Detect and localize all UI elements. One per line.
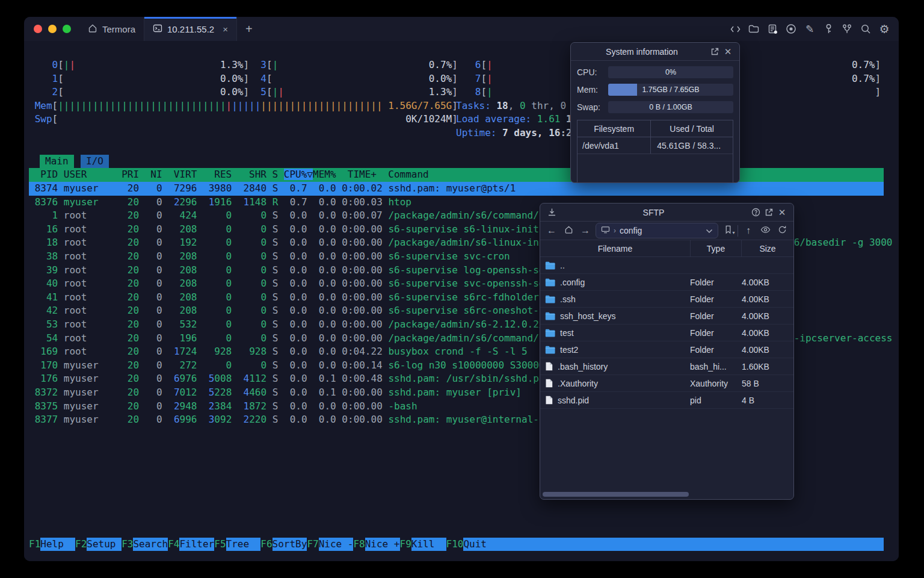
edit-icon[interactable]: ✎ xyxy=(802,22,817,36)
filesystem-column-header: Filesystem xyxy=(578,120,651,137)
process-row[interactable]: 1 root 20 0 424 0 0 S 0.0 0.0 0:00.07 /p… xyxy=(29,209,591,223)
cpu-label: CPU: xyxy=(577,67,608,77)
process-row[interactable]: 42 root 20 0 208 0 0 S 0.0 0.0 0:00.00 s… xyxy=(29,304,574,318)
fkey-nice[interactable]: Nice + xyxy=(365,538,400,551)
close-panel-icon[interactable]: ✕ xyxy=(721,45,735,58)
upload-icon[interactable]: ↑ xyxy=(742,225,755,236)
process-row[interactable]: 8375 myuser 20 0 2948 2384 1872 S 0.0 0.… xyxy=(29,400,417,414)
cpu-usage-value: 0% xyxy=(665,68,676,76)
panel-title: SFTP xyxy=(558,208,749,217)
process-row[interactable]: 8376 myuser 20 0 2296 1916 1148 R 0.7 0.… xyxy=(29,196,411,210)
filename-column-header[interactable]: Filename xyxy=(540,244,690,253)
process-row[interactable]: 40 root 20 0 208 0 0 S 0.0 0.0 0:00.00 s… xyxy=(29,277,568,291)
show-hidden-icon[interactable] xyxy=(759,225,772,236)
notes-badge-icon[interactable] xyxy=(765,22,780,36)
process-row[interactable]: 8377 myuser 20 0 6996 3092 2220 S 0.0 0.… xyxy=(29,413,562,427)
record-icon[interactable] xyxy=(784,22,798,36)
bookmark-icon[interactable]: ▾ xyxy=(722,225,738,237)
search-icon[interactable] xyxy=(858,22,873,36)
keychain-icon[interactable] xyxy=(840,22,854,36)
file-row-ssh[interactable]: .sshFolder4.00KB xyxy=(540,291,793,308)
fkey-label: F3 xyxy=(122,538,133,551)
process-row[interactable]: 41 root 20 0 208 0 0 S 0.0 0.0 0:00.00 s… xyxy=(29,291,539,305)
fkey-sortby[interactable]: SortBy xyxy=(273,538,307,551)
cpu-usage-row: CPU: 0% xyxy=(577,66,733,78)
file-row-test[interactable]: testFolder4.00KB xyxy=(540,325,793,341)
swap-meter-line: Swp[ 0K/1024M] xyxy=(29,113,458,126)
mem-meter-line: Mem[||||||||||||||||||||||||||||||||||||… xyxy=(29,99,458,113)
system-information-titlebar: System information ✕ xyxy=(571,43,739,61)
filesystem-row[interactable]: /dev/vda1 45.61GB / 58.3... xyxy=(578,137,733,154)
download-icon[interactable] xyxy=(545,206,558,219)
process-row[interactable]: 16 root 20 0 208 0 0 S 0.0 0.0 0:00.00 s… xyxy=(29,223,597,237)
scrollbar-thumb[interactable] xyxy=(543,492,689,497)
file-name: sshd.pid xyxy=(558,396,589,405)
fkey-label: F5 xyxy=(214,538,226,551)
file-row-bashhistory[interactable]: .bash_historybash_hi...1.60KB xyxy=(540,358,793,375)
swap-usage-row: Swap: 0 B / 1.00GB xyxy=(577,101,733,113)
cpu-usage-bar: 0% xyxy=(608,66,733,78)
folder-icon[interactable] xyxy=(747,22,761,36)
file-name: ssh_host_keys xyxy=(560,311,616,321)
process-row[interactable]: 39 root 20 0 208 0 0 S 0.0 0.0 0:00.00 s… xyxy=(29,264,568,278)
fkey-help[interactable]: Help xyxy=(40,538,75,551)
process-row[interactable]: 8374 myuser 20 0 7296 3980 2840 S 0.7 0.… xyxy=(29,182,884,196)
process-row[interactable]: 169 root 20 0 1724 928 928 S 0.0 0.0 0:0… xyxy=(29,345,528,359)
folder-icon xyxy=(545,346,555,354)
file-row-Xauthority[interactable]: .XauthorityXauthority58 B xyxy=(540,375,793,392)
forward-icon[interactable]: → xyxy=(579,225,592,236)
fkey-kill[interactable]: Kill xyxy=(411,538,446,551)
process-row[interactable]: 38 root 20 0 208 0 0 S 0.0 0.0 0:00.00 s… xyxy=(29,250,510,264)
tasks-line: Tasks: 18, 0 thr, 0 k xyxy=(456,99,578,113)
termora-window: Termora 10.211.55.2 × + ✎ xyxy=(24,17,899,561)
tab-termora-home[interactable]: Termora xyxy=(79,17,144,41)
file-row-sshhostkeys[interactable]: ssh_host_keysFolder4.00KB xyxy=(540,308,793,325)
refresh-icon[interactable] xyxy=(775,225,789,237)
sftp-panel: SFTP ✕ ← → › config xyxy=(540,203,794,500)
new-tab-button[interactable]: + xyxy=(237,17,261,41)
htop-table-header[interactable]: PID USER PRI NI VIRT RES SHR S CPU%▽MEM%… xyxy=(29,168,884,182)
htop-tab-main[interactable]: Main xyxy=(40,155,74,168)
open-in-window-icon[interactable] xyxy=(708,45,721,58)
key-icon[interactable] xyxy=(821,22,836,36)
file-icon xyxy=(545,379,553,388)
size-column-header[interactable]: Size xyxy=(741,240,793,256)
swap-usage-bar: 0 B / 1.00GB xyxy=(608,101,733,113)
zoom-window-button[interactable] xyxy=(63,25,71,33)
process-row[interactable]: 8372 myuser 20 0 7012 5228 4460 S 0.0 0.… xyxy=(29,386,522,400)
process-row[interactable]: 176 myuser 20 0 6976 5008 4112 S 0.0 0.1… xyxy=(29,372,550,386)
close-window-button[interactable] xyxy=(34,25,42,33)
chevron-down-icon[interactable] xyxy=(706,226,713,235)
fkey-filter[interactable]: Filter xyxy=(179,538,214,551)
sftp-titlebar: SFTP ✕ xyxy=(540,204,793,222)
breadcrumb-separator: › xyxy=(614,226,616,235)
process-row[interactable]: 170 myuser 20 0 272 0 0 S 0.0 0.0 0:00.1… xyxy=(29,359,562,373)
fkey-setup[interactable]: Setup xyxy=(87,538,122,551)
close-panel-icon[interactable]: ✕ xyxy=(775,206,789,219)
code-icon[interactable] xyxy=(728,22,742,36)
back-icon[interactable]: ← xyxy=(545,225,558,236)
file-row-test2[interactable]: test2Folder4.00KB xyxy=(540,341,793,358)
horizontal-scrollbar[interactable] xyxy=(541,491,792,497)
open-in-window-icon[interactable] xyxy=(762,206,775,219)
fkey-tree[interactable]: Tree xyxy=(226,538,261,551)
help-icon[interactable] xyxy=(749,206,762,219)
htop-tab-io[interactable]: I/O xyxy=(81,155,109,168)
folder-icon xyxy=(545,261,555,270)
type-column-header[interactable]: Type xyxy=(690,240,741,256)
fkey-quit[interactable]: Quit xyxy=(463,538,884,551)
file-row-config[interactable]: .configFolder4.00KB xyxy=(540,274,793,291)
settings-icon[interactable]: ⚙ xyxy=(877,22,892,36)
tab-ssh-session[interactable]: 10.211.55.2 × xyxy=(144,17,237,41)
mem-usage-row: Mem: 1.75GB / 7.65GB xyxy=(577,84,733,96)
path-breadcrumb[interactable]: › config xyxy=(596,223,718,238)
close-tab-icon[interactable]: × xyxy=(223,24,228,34)
fkey-search[interactable]: Search xyxy=(133,538,168,551)
minimize-window-button[interactable] xyxy=(48,25,57,33)
file-row-sshdpid[interactable]: sshd.pidpid4 B xyxy=(540,392,793,409)
home-icon[interactable] xyxy=(562,225,575,237)
file-row-[interactable]: .. xyxy=(540,257,793,274)
file-size: 4.00KB xyxy=(736,311,793,321)
fkey-nice[interactable]: Nice - xyxy=(319,538,354,551)
toolbar: ✎ ⚙ xyxy=(728,17,899,41)
